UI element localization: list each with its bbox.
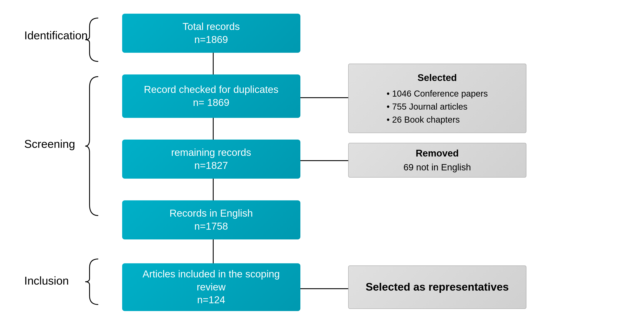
english-records-box: Records in English n=1758 [122,200,300,239]
arrow-2-to-selected [300,95,353,101]
arrow-3-to-removed [300,158,353,164]
selected-box: Selected 1046 Conference papers 755 Jour… [348,64,526,133]
selected-item-1: 1046 Conference papers [387,87,488,100]
representatives-box: Selected as representatives [348,266,526,309]
selected-list: 1046 Conference papers 755 Journal artic… [387,87,488,126]
selected-item-3: 26 Book chapters [387,113,488,126]
identification-label: Identification [24,29,88,42]
selected-item-2: 755 Journal articles [387,100,488,113]
remaining-records-box: remaining records n=1827 [122,140,300,179]
screening-label: Screening [24,137,75,151]
removed-box: Removed 69 not in English [348,143,526,177]
articles-included-box: Articles included in the scoping review … [122,263,300,311]
arrow-5-to-representatives [300,286,353,292]
total-records-box: Total records n=1869 [122,14,300,53]
prisma-diagram: Identification Total records n=1869 Scre… [18,9,626,309]
duplicates-box: Record checked for duplicates n= 1869 [122,74,300,118]
inclusion-label: Inclusion [24,274,69,287]
